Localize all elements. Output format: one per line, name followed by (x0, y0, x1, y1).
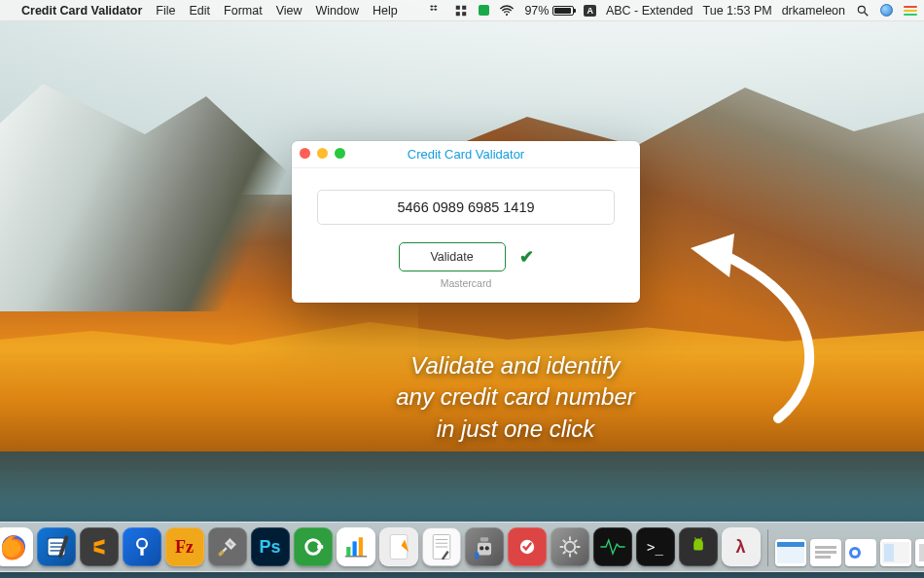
svg-rect-24 (140, 548, 143, 556)
dock-app-filezilla[interactable]: Fz (165, 527, 204, 566)
svg-line-56 (700, 537, 701, 539)
svg-line-51 (574, 540, 577, 543)
promo-line-2: any credit card number (321, 381, 710, 413)
dock-minimized-window[interactable] (845, 539, 876, 566)
svg-rect-62 (815, 556, 831, 559)
dock-app-devtools[interactable] (208, 527, 247, 566)
wifi-icon[interactable] (499, 3, 515, 18)
svg-rect-61 (815, 551, 836, 554)
svg-rect-38 (478, 543, 491, 556)
dock-app-terminal[interactable]: >_ (636, 527, 675, 566)
menu-view[interactable]: View (276, 4, 302, 18)
spotlight-icon[interactable] (855, 3, 871, 18)
svg-rect-3 (463, 12, 467, 16)
valid-checkmark-icon: ✔ (519, 246, 534, 268)
dock-app-pages[interactable] (379, 527, 418, 566)
notification-center-icon[interactable] (903, 3, 918, 18)
zoom-button[interactable] (335, 148, 345, 159)
app-window: Credit Card Validator Validate ✔ Masterc… (292, 141, 640, 303)
svg-point-44 (564, 542, 574, 552)
input-source[interactable]: ABC - Extended (606, 4, 693, 18)
dock-app-photoshop[interactable]: Ps (251, 527, 290, 566)
menu-window[interactable]: Window (316, 4, 359, 18)
dock-app-system-preferences[interactable] (551, 527, 589, 566)
dropbox-icon[interactable] (428, 3, 444, 18)
app-name[interactable]: Credit Card Validator (21, 4, 142, 18)
svg-rect-54 (693, 543, 703, 550)
dock-app-imageoptim[interactable] (508, 527, 547, 566)
menu-format[interactable]: Format (224, 4, 263, 18)
dock-minimized-window[interactable] (915, 539, 925, 566)
svg-line-49 (562, 540, 565, 543)
dock-app-firefox[interactable] (0, 527, 33, 566)
dock-app-sourcetree[interactable] (123, 527, 161, 566)
battery-percent: 97% (524, 4, 549, 18)
minimize-button[interactable] (317, 148, 328, 159)
svg-rect-1 (463, 5, 467, 9)
clock[interactable]: Tue 1:53 PM (703, 4, 772, 18)
validate-button[interactable]: Validate (399, 242, 506, 271)
svg-point-4 (506, 13, 508, 15)
dock-app-numbers[interactable] (337, 527, 375, 566)
svg-line-50 (574, 552, 577, 555)
dock-app-automator[interactable] (465, 527, 504, 566)
siri-icon[interactable] (880, 4, 893, 17)
menu-file[interactable]: File (156, 4, 175, 18)
dock-app-sublime[interactable] (80, 527, 119, 566)
menu-edit[interactable]: Edit (190, 4, 211, 18)
promo-line-3: in just one click (321, 414, 710, 445)
svg-rect-58 (777, 542, 804, 547)
dock-app-textedit[interactable] (422, 527, 461, 566)
dock-app-erlang[interactable]: λ (722, 527, 761, 566)
svg-rect-69 (919, 544, 924, 561)
window-titlebar[interactable]: Credit Card Validator (292, 141, 640, 168)
dock-separator (767, 529, 768, 566)
keyboard-layout-badge[interactable]: A (584, 5, 596, 17)
svg-rect-28 (346, 547, 350, 557)
menu-help[interactable]: Help (373, 4, 398, 18)
svg-line-6 (865, 12, 869, 16)
dock-app-android-studio[interactable] (679, 527, 718, 566)
card-type-label: Mastercard (317, 277, 615, 289)
svg-rect-29 (352, 541, 356, 556)
dock-app-camtasia[interactable] (294, 527, 333, 566)
svg-rect-60 (815, 546, 836, 549)
svg-rect-42 (475, 553, 479, 560)
promo-caption: Validate and identify any credit card nu… (321, 350, 710, 445)
svg-point-5 (858, 6, 865, 13)
close-button[interactable] (300, 148, 310, 159)
dock-minimized-window[interactable] (775, 539, 806, 566)
svg-point-40 (484, 546, 488, 550)
promo-line-1: Validate and identify (321, 350, 710, 381)
svg-point-65 (852, 550, 858, 556)
window-title: Credit Card Validator (408, 147, 524, 162)
dock-minimized-window[interactable] (810, 539, 841, 566)
svg-rect-27 (317, 545, 323, 549)
svg-rect-41 (480, 537, 487, 541)
battery-status[interactable]: 97% (524, 4, 574, 18)
svg-rect-30 (358, 537, 362, 557)
svg-rect-67 (884, 544, 894, 561)
dock-app-activity-monitor[interactable] (593, 527, 632, 566)
battery-icon (552, 6, 574, 16)
dock: Fz Ps >_ λ (0, 522, 924, 572)
svg-rect-0 (456, 5, 460, 9)
svg-point-39 (480, 546, 483, 550)
menu-extra-icon[interactable] (453, 3, 469, 18)
user-menu[interactable]: drkameleon (782, 4, 845, 18)
status-menu-icon[interactable] (479, 5, 489, 16)
window-controls (300, 148, 345, 159)
menu-bar: Credit Card Validator File Edit Format V… (0, 0, 924, 21)
svg-rect-2 (456, 12, 460, 16)
svg-point-23 (137, 539, 147, 549)
card-number-input[interactable] (317, 190, 615, 225)
dock-minimized-window[interactable] (880, 539, 911, 566)
svg-line-52 (562, 552, 565, 555)
svg-line-55 (694, 537, 695, 539)
dock-app-xcode[interactable] (37, 527, 76, 566)
